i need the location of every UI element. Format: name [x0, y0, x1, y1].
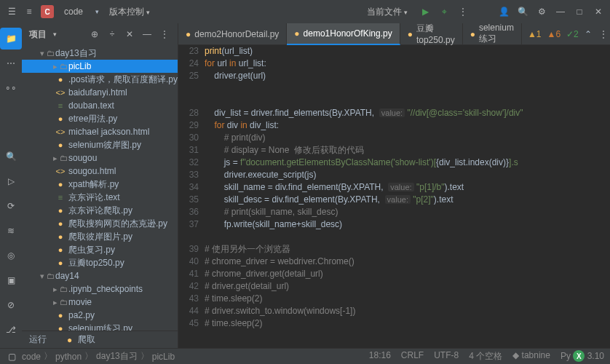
tree-item[interactable]: ●etree用法.py — [22, 112, 178, 125]
tree-item[interactable]: ●爬虫复习.py — [22, 243, 178, 256]
tree-item[interactable]: ●爬取彼岸图片.py — [22, 230, 178, 243]
locate-icon[interactable]: ⊕ — [89, 28, 100, 40]
tree-item[interactable]: ●pa2.py — [22, 309, 178, 322]
code-line[interactable]: # chrome_driver.get(detail_url) — [205, 268, 610, 280]
cursor-position[interactable]: 18:16 — [369, 350, 391, 363]
breadcrumb[interactable]: code 〉 python 〉 day13自习 〉 picLib — [22, 350, 175, 363]
debug-tool-icon[interactable]: ⟳ — [0, 195, 22, 217]
code-line[interactable]: driver.get(url) — [205, 70, 610, 82]
code-line[interactable]: for div in div_list: — [205, 119, 610, 132]
gear-icon[interactable]: ⚙ — [536, 6, 547, 17]
editor-tab[interactable]: ●豆瓣top250.py — [400, 23, 463, 45]
warning-badge[interactable]: ▲1 — [528, 29, 542, 39]
structure-icon[interactable]: ⋯ — [0, 52, 22, 74]
vcs-menu[interactable]: 版本控制▾ — [105, 6, 154, 18]
code-editor[interactable]: 2324252829303132333435363739404142434445… — [178, 45, 610, 348]
tree-item[interactable]: <>sougou.html — [22, 165, 178, 178]
editor-tab[interactable]: ●demo1HonorOfKing.py — [287, 23, 400, 45]
box-icon[interactable]: ▢ — [6, 351, 17, 363]
tree-item[interactable]: ●selenium彼岸图.py — [22, 138, 178, 151]
tree-item[interactable]: ●selenium练习.py — [22, 322, 178, 331]
tree-item[interactable]: ▸ 🗀movie — [22, 296, 178, 309]
hide-icon[interactable]: — — [141, 28, 153, 40]
more-sidebar-icon[interactable]: ⋮ — [159, 28, 170, 40]
code-line[interactable]: # print(skill_name, skill_desc) — [205, 206, 610, 218]
search-tool-icon[interactable]: 🔍 — [0, 146, 22, 167]
run-icon[interactable]: ▶ — [419, 6, 431, 17]
dots-icon[interactable]: ∘∘ — [0, 77, 22, 99]
menu-icon[interactable]: ☰ — [6, 6, 17, 17]
debug-icon[interactable]: ⌖ — [438, 6, 450, 17]
code-line[interactable]: print(url_list) — [205, 45, 610, 58]
run-label[interactable]: 运行 — [29, 333, 47, 346]
editor-tab[interactable]: ●selenium练习 — [463, 23, 522, 45]
more-icon[interactable]: ⋮ — [457, 6, 469, 17]
code-line[interactable]: # print(div) — [205, 132, 610, 144]
layers-icon[interactable]: ≋ — [0, 220, 22, 242]
code-line[interactable]: # chrome_driver = webdriver.Chrome() — [205, 256, 610, 268]
code-line[interactable]: skill_name = div.find_element(By.XPATH, … — [205, 181, 610, 194]
project-logo[interactable]: C — [41, 5, 54, 18]
maximize-icon[interactable]: □ — [574, 6, 585, 17]
tree-item[interactable]: <>baidufanyi.html — [22, 86, 178, 99]
tree-item[interactable]: ▸ 🗀.ipynb_checkpoints — [22, 282, 178, 296]
code-line[interactable]: # time.sleep(2) — [205, 293, 610, 305]
code-line[interactable]: # time.sleep(2) — [205, 317, 610, 330]
code-line[interactable] — [205, 82, 610, 95]
tree-item[interactable]: ●京东评论爬取.py — [22, 204, 178, 217]
tree-item[interactable]: <>michael jackson.html — [22, 125, 178, 138]
code-line[interactable] — [205, 95, 610, 107]
line-ending[interactable]: CRLF — [401, 350, 424, 363]
code-line[interactable]: # driver.switch_to.window(windows[-1]) — [205, 305, 610, 317]
problems-icon[interactable]: ⊘ — [0, 294, 22, 316]
git-icon[interactable]: ⎇ — [0, 319, 22, 341]
tree-item[interactable]: ●.post请求，爬取百度翻译.py — [22, 73, 178, 86]
code-line[interactable]: driver.execute_script(js) — [205, 169, 610, 181]
editor-area: ●demo2HonorDetail.py●demo1HonorOfKing.py… — [178, 23, 610, 348]
close-sidebar-icon[interactable]: ✕ — [124, 28, 135, 40]
run-tool-icon[interactable]: ▷ — [0, 170, 22, 192]
person-add-icon[interactable]: 👤 — [498, 6, 510, 17]
code-line[interactable]: # display = None 修改后获取的代码 — [205, 144, 610, 157]
tree-item[interactable]: ≡douban.text — [22, 99, 178, 112]
run-target[interactable]: 爬取 — [78, 333, 95, 346]
tabnine[interactable]: ◆ tabnine — [512, 350, 550, 363]
tree-item[interactable]: ▾ 🗀day14 — [22, 269, 178, 282]
collapse-icon[interactable]: ÷ — [106, 28, 118, 40]
indent[interactable]: 4 个空格 — [469, 350, 502, 363]
encoding[interactable]: UTF-8 — [434, 350, 459, 363]
code-line[interactable]: # driver.get(detail_url) — [205, 280, 610, 293]
error-badge[interactable]: ▲6 — [547, 29, 561, 39]
tree-item[interactable]: ●豆瓣top250.py — [22, 256, 178, 269]
tree-item[interactable]: ≡京东评论.text — [22, 191, 178, 204]
code-line[interactable]: div_list = driver.find_elements(By.XPATH… — [205, 107, 610, 119]
editor-tab[interactable]: ●demo2HonorDetail.py — [178, 23, 287, 45]
code-line[interactable]: skill_desc = div.find_element(By.XPATH, … — [205, 194, 610, 206]
code-line[interactable]: # 使用另外一个浏览器 — [205, 243, 610, 256]
code-line[interactable]: for url in url_list: — [205, 58, 610, 70]
tab-more-icon[interactable]: ⋮ — [598, 28, 609, 40]
close-icon[interactable]: ✕ — [593, 6, 604, 17]
code-line[interactable] — [205, 231, 610, 243]
tree-item[interactable]: ▾ 🗀day13自习 — [22, 47, 178, 60]
python-icon: ● — [186, 29, 191, 39]
minimize-icon[interactable]: — — [555, 6, 566, 17]
py-icon: ● — [55, 114, 66, 123]
project-name[interactable]: code — [60, 7, 87, 17]
target-icon[interactable]: ◎ — [0, 245, 22, 266]
hamburger-icon[interactable]: ≡ — [23, 6, 35, 17]
search-icon[interactable]: 🔍 — [517, 6, 528, 17]
tree-item[interactable]: ▸ 🗀picLib — [22, 60, 178, 73]
terminal-icon[interactable]: ▣ — [0, 269, 22, 291]
tree-item[interactable]: ●xpath解析.py — [22, 178, 178, 191]
ok-badge[interactable]: ✓2 — [566, 29, 579, 39]
run-config[interactable]: 当前文件▾ — [363, 6, 412, 18]
code-line[interactable]: js = f"document.getElementsByClassName('… — [205, 157, 610, 169]
code-line[interactable]: fp.write(skill_name+skill_desc) — [205, 218, 610, 231]
tree-item[interactable]: ●爬取搜狗网页的杰克逊.py — [22, 217, 178, 230]
chevron-down-icon[interactable]: ▾ — [53, 31, 57, 38]
tree-item[interactable]: ▸ 🗀sougou — [22, 151, 178, 165]
chevron-up-down-icon[interactable]: ⌃ — [585, 29, 592, 39]
python-version[interactable]: Py X 3.10 — [561, 350, 604, 363]
folder-icon[interactable]: 📁 — [0, 28, 22, 50]
